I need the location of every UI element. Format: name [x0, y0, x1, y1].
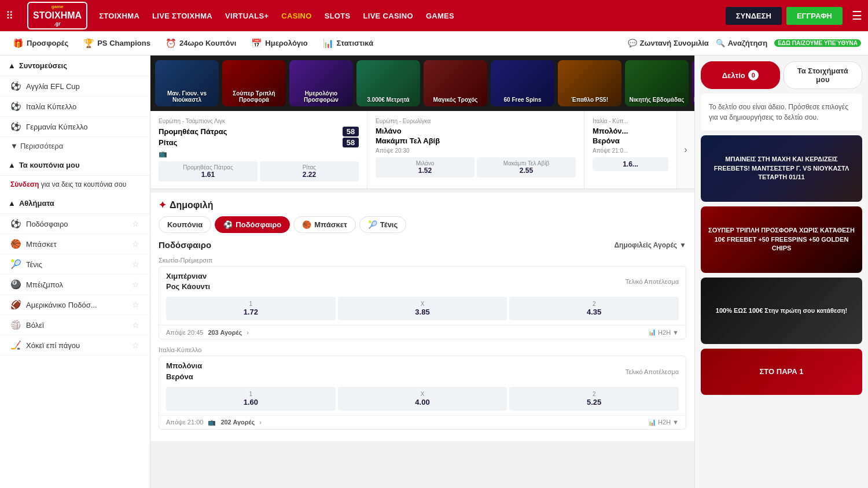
- search-button[interactable]: 🔍 Αναζήτηση: [716, 39, 767, 47]
- subnav-ps-champions[interactable]: 🏆 PS Champions: [78, 31, 156, 55]
- sidebar-item-germany-cup[interactable]: ⚽ Γερμανία Κύπελλο: [0, 117, 150, 137]
- promo-card-5[interactable]: Μαγικός Τροχός: [424, 60, 487, 106]
- ls-odd-1-2[interactable]: Ρίτας 2.22: [260, 161, 359, 182]
- promo-card-9[interactable]: Pragmatic Buy Bonus: [692, 60, 694, 106]
- tab-tennis[interactable]: 🎾 Τένις: [359, 216, 406, 233]
- ls-odd-2-2[interactable]: Μακάμπι Τελ Αβίβ 2.55: [477, 157, 576, 178]
- bar-chart-icon-2: 📊: [648, 419, 656, 426]
- odd-2-away[interactable]: 2 5.25: [509, 387, 679, 411]
- ls-odd-1-1[interactable]: Προμηθέας Πάτρας 1.61: [159, 161, 258, 182]
- odd-1-home[interactable]: 1 1.72: [166, 297, 336, 320]
- nav-live-casino[interactable]: LIVE CASINO: [363, 12, 413, 20]
- sidebar-sport-basketball[interactable]: 🏀 Μπάσκετ ☆: [0, 234, 150, 254]
- fav-icon-2[interactable]: ☆: [132, 239, 139, 249]
- fav-icon-3[interactable]: ☆: [132, 260, 139, 269]
- nav-casino[interactable]: CASINO: [281, 12, 311, 20]
- promo-card-1[interactable]: Μαν. Γιουν. vs Νιούκαστλ: [155, 60, 219, 106]
- shortcuts-header[interactable]: ▲ Συντομεύσεις: [0, 56, 150, 76]
- fav-icon-6[interactable]: ☆: [132, 320, 139, 330]
- promo-card-2[interactable]: Σούπερ Τριπλή Προσφορά: [222, 60, 286, 106]
- ls-odd-3-1[interactable]: 1.6...: [593, 157, 668, 171]
- odd-2-home[interactable]: 1 1.60: [166, 387, 336, 411]
- live-scores-next-arrow[interactable]: ›: [677, 111, 694, 188]
- hamburger-icon[interactable]: ☰: [852, 9, 862, 23]
- tab-basketball[interactable]: 🏀 Μπάσκετ: [293, 216, 356, 233]
- h2h-button-2[interactable]: 📊 H2H ▼: [648, 419, 679, 426]
- subnav-24h-coupon[interactable]: ⏰ 24ωρο Κουπόνι: [160, 31, 242, 55]
- sports-header[interactable]: ▲ Αθλήματα: [0, 193, 150, 214]
- fav-icon-5[interactable]: ☆: [132, 300, 139, 309]
- nav-live-stoixima[interactable]: LIVE ΣΤΟΙΧΗΜΑ: [152, 12, 212, 20]
- tab-football[interactable]: ⚽ Ποδόσφαιρο: [215, 216, 290, 233]
- promo-banner-triple[interactable]: ΣΟΥΠΕΡ ΤΡΙΠΛΗ ΠΡΟΣΦΟΡΑ ΧΩΡΙΣ ΚΑΤΆΘΕΣΗ 10…: [701, 206, 862, 273]
- logo-stoixima: STOIXHMA: [33, 10, 82, 21]
- markets-link-2[interactable]: 202 Αγορές: [220, 419, 255, 426]
- subnav-calendar[interactable]: 📅 Ημερολόγιο: [245, 31, 313, 55]
- sidebar-sport-volleyball[interactable]: 🏐 Βόλεϊ ☆: [0, 315, 150, 335]
- banner-para1-text: ΣΤΟ ΠΑΡΑ 1: [760, 367, 804, 377]
- ls-league-1: Ευρώπη - Τσάμπιονς Λιγκ: [159, 118, 359, 124]
- nav-stoixima[interactable]: ΣΤΟΙΧΗΜΑ: [99, 12, 139, 20]
- sidebar-sport-tennis[interactable]: 🎾 Τένις ☆: [0, 254, 150, 275]
- sidebar-sport-american-football[interactable]: 🏈 Αμερικάνικο Ποδόσ... ☆: [0, 295, 150, 315]
- calendar-icon: 📅: [251, 38, 262, 49]
- h2h-button-1[interactable]: 📊 H2H ▼: [648, 328, 679, 336]
- odd-2-draw[interactable]: X 4.00: [338, 387, 507, 411]
- nav-virtuals[interactable]: VIRTUALS+: [225, 12, 269, 20]
- grid-icon[interactable]: ⠿: [6, 9, 13, 22]
- nav-games[interactable]: GAMES: [426, 12, 454, 20]
- more-shortcuts[interactable]: ▼ Περισσότερα: [0, 137, 150, 155]
- popular-markets-dropdown[interactable]: Δημοφιλείς Αγορές ▼: [614, 241, 686, 249]
- promo-card-6[interactable]: 60 Free Spins: [491, 60, 554, 106]
- star-icon: ✦: [159, 199, 166, 210]
- odd-1-draw[interactable]: X 3.85: [338, 297, 507, 320]
- register-button[interactable]: ΕΓΓΡΑΦΗ: [786, 7, 843, 25]
- chevron-down-h2h-icon-2: ▼: [672, 419, 679, 426]
- football-sport-icon: ⚽: [10, 219, 21, 229]
- promo-banner-para1[interactable]: ΣΤΟ ΠΑΡΑ 1: [701, 349, 862, 395]
- subnav-stats[interactable]: 📊 Στατιστικά: [317, 31, 380, 55]
- american-football-icon: 🏈: [10, 300, 21, 310]
- betslip-tab[interactable]: Δελτίο 0: [701, 61, 780, 89]
- team1-2: Μπολόνια: [166, 361, 621, 371]
- site-logo[interactable]: game STOIXHMA .gr: [27, 2, 87, 29]
- promo-card-3[interactable]: Ημερολόγιο Προσφορών: [289, 60, 353, 106]
- fav-icon[interactable]: ☆: [132, 219, 139, 228]
- match-info-1: Χιμπέρνιαν Ρος Κάουντι Τελικό Αποτέλεσμα: [159, 267, 686, 297]
- my-coupons-link[interactable]: Σύνδεση για να δεις τα κουπόνια σου: [0, 176, 150, 193]
- sidebar-sport-baseball[interactable]: 🎱 Μπέιζμπολ ☆: [0, 275, 150, 295]
- my-bets-tab[interactable]: Τα Στοιχήματά μου: [784, 61, 863, 89]
- sidebar-item-efl[interactable]: ⚽ Αγγλία EFL Cup: [0, 76, 150, 97]
- sidebar-item-italia-cup[interactable]: ⚽ Ιταλία Κύπελλο: [0, 97, 150, 117]
- promo-card-8[interactable]: Νικητής Εβδομάδας: [625, 60, 689, 106]
- promo-card-4[interactable]: 3.000€ Μετρητά: [356, 60, 420, 106]
- popular-section: ✦ Δημοφιλή Κουπόνια ⚽ Ποδόσφαιρο 🏀 Μπάσκ…: [150, 193, 694, 441]
- sidebar-sport-football[interactable]: ⚽ Ποδόσφαιρο ☆: [0, 214, 150, 234]
- my-coupons-header[interactable]: ▲ Τα κουπόνια μου: [0, 155, 150, 176]
- nav-slots[interactable]: SLOTS: [325, 12, 351, 20]
- promo-card-7[interactable]: Έπαθλο PS5!: [558, 60, 621, 106]
- signin-button[interactable]: ΣΥΝΔΕΣΗ: [726, 7, 782, 25]
- promo-banner-ps[interactable]: ΜΠΑΙΝΕΙΣ ΣΤΗ ΜΑΧΗ ΚΑΙ ΚΕΡΔΙΖΕΙΣ FREEBETS…: [701, 135, 862, 202]
- match-teams-1: Χιμπέρνιαν Ρος Κάουντι: [166, 271, 621, 292]
- sidebar-sport-hockey[interactable]: 🏒 Χόκεϊ επί πάγου ☆: [0, 335, 150, 356]
- live-score-3[interactable]: Ιταλία - Κύπ... Μπολόν... Βερόνα Απόψε 2…: [584, 111, 677, 188]
- magnifier-icon: 🔍: [716, 39, 725, 47]
- chevron-down-markets-icon: ▼: [679, 241, 686, 249]
- fav-icon-7[interactable]: ☆: [132, 341, 139, 350]
- stream-icon-1: 📺: [159, 150, 359, 158]
- promo-banner-100[interactable]: 100% ΕΩΣ 100€ Στην πρώτη σου κατάθεση!: [701, 278, 862, 344]
- top-navigation: ⠿ game STOIXHMA .gr ΣΤΟΙΧΗΜΑ LIVE ΣΤΟΙΧΗ…: [0, 0, 868, 31]
- subnav-offers[interactable]: 🎁 Προσφορές: [7, 31, 74, 55]
- fav-icon-4[interactable]: ☆: [132, 280, 139, 289]
- betslip-empty-message: Το δελτίο σου είναι άδειο. Πρόσθεσε επιλ…: [701, 94, 862, 131]
- ls-league-2: Ευρώπη - Ευρωλίγκα: [376, 118, 576, 124]
- live-chat-button[interactable]: 💬 Ζωντανή Συνομιλία: [628, 39, 709, 47]
- live-score-1[interactable]: Ευρώπη - Τσάμπιονς Λιγκ Προμηθέας Πάτρας…: [150, 111, 367, 188]
- live-score-2[interactable]: Ευρώπη - Ευρωλίγκα Μιλάνο Μακάμπι Τελ Αβ…: [367, 111, 584, 188]
- odd-1-away[interactable]: 2 4.35: [509, 297, 679, 320]
- ls-odd-2-1[interactable]: Μιλάνο 1.52: [376, 157, 475, 178]
- responsible-gaming-badge[interactable]: ΕΔΩ ΠΑΙΖΟΥΜΕ ΥΠΕΎΘΥΝΑ: [774, 39, 861, 47]
- markets-link-1[interactable]: 203 Αγορές: [208, 329, 242, 336]
- tab-coupons[interactable]: Κουπόνια: [159, 216, 211, 233]
